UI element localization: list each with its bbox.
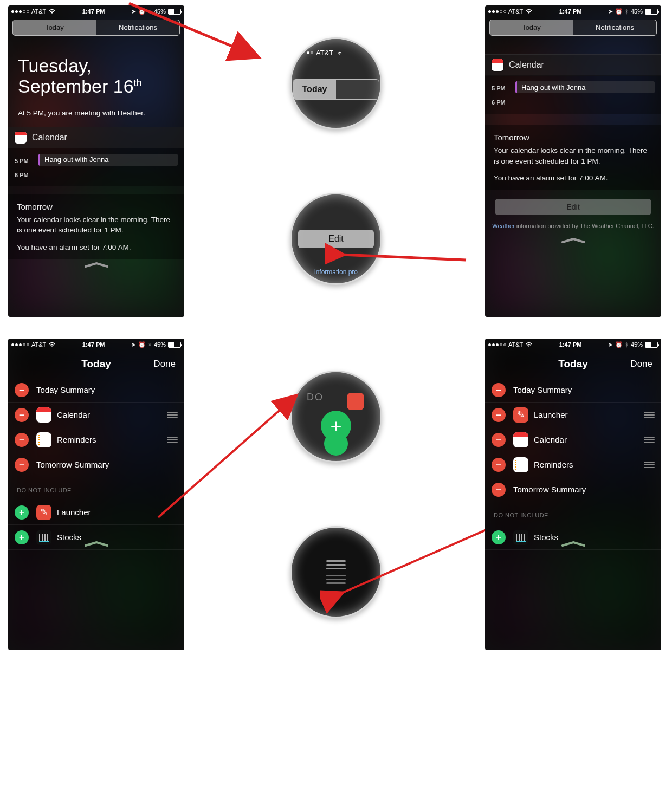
widget-label: Reminders (534, 460, 642, 469)
launcher-app-icon (36, 505, 51, 520)
remove-widget-button[interactable]: – (15, 408, 29, 422)
grabber-icon[interactable] (561, 238, 585, 242)
remove-widget-button[interactable]: – (15, 458, 29, 472)
do-not-include-label: DO NOT INCLUDE (485, 502, 661, 522)
widget-row[interactable]: – Reminders (8, 427, 184, 452)
widget-label: Today Summary (36, 385, 178, 394)
zoom-add-button: DO ＋ (290, 371, 382, 463)
calendar-icon (492, 59, 503, 71)
weather-attribution: Weather information provided by The Weat… (485, 218, 661, 235)
reorder-handle-icon[interactable] (642, 412, 655, 418)
tomorrow-alarm: You have an alarm set for 7:00 AM. (8, 242, 184, 259)
signal-dots-icon (11, 10, 29, 13)
screenshot-edit-after: AT&T 1:47 PM ➤⏰ᚼ45% Today Done – Today S… (485, 339, 661, 650)
remove-widget-button[interactable]: – (15, 383, 29, 397)
calendar-app-icon (513, 432, 528, 447)
zoom-column-1: AT&T Today Edit information pro (255, 5, 417, 317)
tomorrow-body: Your calendar looks clear in the morning… (8, 215, 184, 242)
edit-button[interactable]: Edit (495, 199, 651, 215)
included-widgets-list: – Today Summary – Calendar – Reminders –… (8, 378, 184, 477)
status-time: 1:47 PM (56, 8, 131, 15)
remove-widget-button[interactable]: – (492, 458, 506, 472)
grabber-icon[interactable] (85, 541, 108, 546)
tab-today[interactable]: Today (13, 20, 96, 35)
screenshot-today-top: AT&T 1:47 PM ➤ ⏰ ᚼ 45% Today Notificatio… (8, 5, 184, 317)
widget-row[interactable]: – Calendar (8, 403, 184, 427)
remove-widget-button[interactable]: – (15, 433, 29, 447)
today-summary-text: At 5 PM, you are meeting with Heather. (8, 102, 184, 127)
widget-row[interactable]: + Launcher (8, 500, 184, 525)
screenshot-edit-before: AT&T 1:47 PM ➤⏰ᚼ45% Today Done – Today S… (8, 339, 184, 650)
tab-notifications[interactable]: Notifications (573, 20, 656, 35)
reminders-app-icon (513, 457, 528, 472)
carrier: AT&T (31, 8, 46, 15)
widget-label: Reminders (57, 435, 165, 444)
calendar-event[interactable]: Hang out with Jenna (38, 154, 178, 166)
widget-row[interactable]: – Calendar (485, 427, 661, 452)
widget-row[interactable]: – Today Summary (8, 378, 184, 403)
edit-nav: Today Done (8, 351, 184, 374)
zoom-today-tab: AT&T Today (290, 37, 382, 129)
reorder-handle-icon[interactable] (165, 412, 178, 418)
bluetooth-icon: ᚼ (148, 8, 152, 15)
widget-row[interactable]: – Tomorrow Summary (485, 477, 661, 502)
widget-label: Launcher (534, 410, 642, 419)
done-button[interactable]: Done (146, 359, 176, 369)
tomorrow-header: Tomorrow (485, 125, 661, 145)
nav-title: Today (523, 358, 623, 370)
remove-widget-button[interactable]: – (492, 483, 506, 497)
widget-row[interactable]: – Reminders (485, 452, 661, 477)
zoom-edit-button: Edit information pro (290, 193, 382, 285)
calendar-widget-header[interactable]: Calendar (8, 127, 184, 148)
calendar-widget-header[interactable]: Calendar (485, 54, 661, 76)
widget-label: Launcher (57, 508, 178, 517)
reorder-handle-icon[interactable] (165, 437, 178, 443)
screenshot-today-edit: AT&T 1:47 PM ➤⏰ᚼ45% Today Notifications … (485, 5, 661, 317)
reorder-handle-icon[interactable] (642, 437, 655, 443)
tab-today[interactable]: Today (490, 20, 573, 35)
widget-row[interactable]: – Tomorrow Summary (8, 452, 184, 477)
wifi-icon (48, 9, 56, 14)
add-widget-button[interactable]: + (15, 505, 29, 520)
today-notifications-segmented[interactable]: Today Notifications (12, 20, 180, 36)
zoom-reorder-handle (290, 526, 382, 618)
remove-widget-button[interactable]: – (492, 408, 506, 422)
calendar-icon (15, 132, 27, 144)
reorder-handle-icon[interactable] (642, 462, 655, 468)
battery-pct: 45% (154, 8, 166, 15)
widget-label: Tomorrow Summary (36, 460, 178, 469)
battery-icon (168, 9, 181, 15)
today-date: Tuesday, September 16th (8, 36, 184, 102)
alarm-icon: ⏰ (138, 8, 146, 15)
nav-title: Today (46, 358, 146, 370)
zoom-column-2: DO ＋ (255, 339, 417, 650)
calendar-widget-body: 5 PM Hang out with Jenna 6 PM (8, 148, 184, 186)
widget-label: Calendar (534, 435, 642, 444)
widget-label: Today Summary (513, 385, 655, 394)
widget-row[interactable]: – Today Summary (485, 378, 661, 403)
grabber-icon[interactable] (561, 541, 585, 546)
remove-widget-button[interactable]: – (492, 383, 506, 397)
reminders-app-icon (36, 432, 51, 447)
launcher-app-icon (513, 407, 528, 423)
widget-row[interactable]: – Launcher (485, 403, 661, 427)
widget-label: Calendar (57, 410, 165, 419)
tab-notifications[interactable]: Notifications (96, 20, 179, 35)
tomorrow-header: Tomorrow (8, 194, 184, 215)
do-not-include-label: DO NOT INCLUDE (8, 477, 184, 497)
location-icon: ➤ (131, 8, 136, 15)
calendar-app-icon (36, 407, 51, 423)
status-bar: AT&T 1:47 PM ➤ ⏰ ᚼ 45% (8, 5, 184, 17)
done-button[interactable]: Done (623, 359, 652, 369)
remove-widget-button[interactable]: – (492, 433, 506, 447)
widget-label: Tomorrow Summary (513, 485, 655, 494)
grabber-icon[interactable] (85, 262, 108, 267)
included-widgets-list: – Today Summary – Launcher – Calendar – … (485, 378, 661, 502)
calendar-event[interactable]: Hang out with Jenna (515, 81, 655, 93)
